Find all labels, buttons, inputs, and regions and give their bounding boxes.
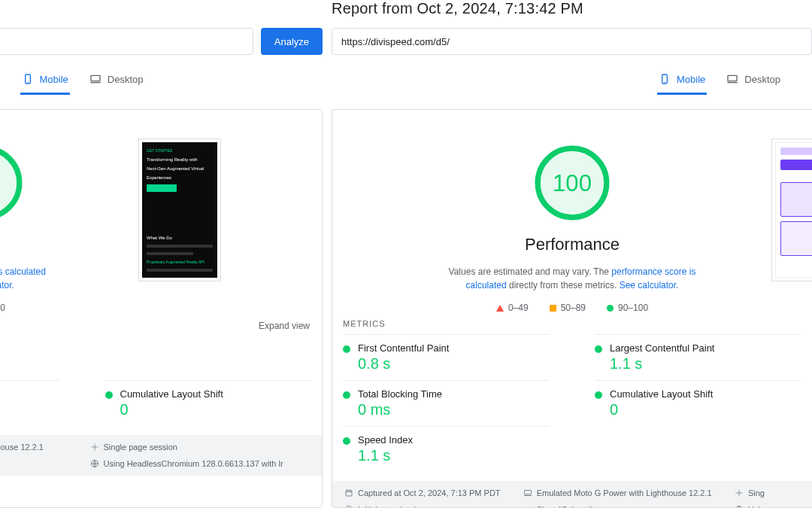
status-dot-green-icon	[595, 345, 602, 353]
globe-icon	[90, 459, 99, 468]
desktop-icon	[89, 73, 102, 85]
performance-heading: Performance	[525, 235, 620, 254]
device-tabs: Mobile Desktop	[332, 68, 812, 96]
desktop-icon	[726, 73, 738, 85]
metric-row: Largest Contentful Paint 1.1 s	[595, 334, 801, 380]
signal-icon	[523, 505, 532, 508]
session-icon	[735, 488, 744, 497]
page-screenshot-thumb: GET STARTED Transforming Reality with Ne…	[138, 138, 221, 281]
tab-desktop-label: Desktop	[108, 74, 144, 85]
thumb-tag: GET STARTED	[147, 148, 213, 153]
environment-footer: Emulated Moto G Power with Lighthouse 12…	[0, 435, 322, 476]
calendar-icon	[344, 488, 353, 497]
globe-icon	[735, 505, 744, 508]
report-pane-left: , 7:15:12 PM Analyze Mobile Desktop	[0, 0, 323, 508]
metric-row: Cumulative Layout Shift 0	[105, 380, 312, 426]
score-legend: 90–100	[0, 303, 5, 313]
result-card: nce erformance score is calculated See c…	[0, 109, 323, 508]
metric-label: First Contentful Paint	[358, 342, 449, 354]
legend-green-label: 90–100	[618, 303, 648, 313]
svg-rect-10	[728, 75, 737, 81]
tab-mobile[interactable]: Mobile	[657, 68, 707, 95]
performance-gauge-block: nce erformance score is calculated See c…	[0, 123, 46, 313]
metric-value: 0.8 s	[358, 355, 449, 373]
mobile-icon	[659, 73, 671, 85]
metric-row: Cumulative Layout Shift 0	[595, 380, 801, 426]
thumb-cta	[147, 184, 177, 192]
report-timestamp: , 7:15:12 PM	[0, 0, 323, 17]
status-dot-green-icon	[105, 391, 113, 399]
status-dot-green-icon	[343, 391, 350, 399]
tab-desktop[interactable]: Desktop	[88, 68, 145, 95]
legend-red-icon	[496, 305, 504, 312]
footer-session: Sing	[748, 488, 765, 497]
footer-session: Single page session	[104, 443, 177, 452]
metric-row: Total Blocking Time 0 ms	[343, 380, 550, 426]
score-calc-link[interactable]: erformance score is calculated	[0, 266, 46, 277]
metric-label: Largest Contentful Paint	[610, 342, 714, 354]
svg-point-15	[738, 492, 740, 494]
metric-value: 1.1 s	[610, 355, 714, 373]
footer-device: Emulated Moto G Power with Lighthouse 12…	[0, 443, 44, 452]
footer-network: Slow 4G throttling	[537, 505, 602, 508]
svg-rect-2	[91, 75, 100, 81]
legend-green-label: 90–100	[0, 303, 5, 313]
metric-label: Total Blocking Time	[358, 388, 442, 400]
url-input[interactable]	[332, 28, 812, 55]
score-legend: 0–49 50–89 90–100	[496, 303, 648, 313]
performance-subtext: Values are estimated and may vary. The p…	[429, 265, 715, 292]
svg-point-9	[664, 81, 665, 82]
thumb-text: Next-Gen Augmented Virtual	[147, 166, 213, 171]
analyze-button[interactable]: Analyze	[261, 28, 323, 55]
metrics-heading: METRICS	[343, 319, 801, 328]
thumb-chip	[780, 148, 812, 155]
tab-desktop[interactable]: Desktop	[725, 68, 782, 95]
svg-rect-14	[524, 491, 531, 495]
tab-mobile-label: Mobile	[677, 74, 705, 85]
metric-value: 1.1 s	[358, 447, 413, 464]
mobile-icon	[22, 73, 34, 85]
device-icon	[523, 488, 532, 497]
legend-amber-label: 50–89	[561, 303, 586, 313]
status-dot-green-icon	[343, 345, 350, 353]
footer-device: Emulated Moto G Power with Lighthouse 12…	[537, 488, 712, 497]
result-card: 100 Performance Values are estimated and…	[332, 109, 812, 508]
metric-value: 0	[120, 401, 223, 418]
thumb-preview	[780, 182, 812, 217]
status-dot-green-icon	[343, 437, 350, 445]
report-timestamp: Report from Oct 2, 2024, 7:13:42 PM	[332, 0, 812, 17]
score-gauge-icon	[0, 141, 26, 224]
url-input[interactable]	[0, 28, 253, 55]
legend-green-icon	[607, 305, 614, 312]
svg-rect-13	[346, 491, 352, 497]
score-gauge-icon: 100	[531, 141, 614, 224]
metric-label: Cumulative Layout Shift	[120, 388, 223, 400]
status-dot-green-icon	[595, 391, 602, 399]
metrics-grid: First Contentful Paint 0.8 s Largest Con…	[343, 334, 801, 472]
footer-captured: Captured at Oct 2, 2024, 7:13 PM PDT	[358, 488, 501, 497]
tab-desktop-label: Desktop	[744, 74, 780, 85]
svg-point-1	[27, 81, 28, 82]
metric-label: Cumulative Layout Shift	[610, 388, 713, 400]
session-icon	[90, 443, 99, 452]
metric-label: Speed Index	[358, 434, 413, 446]
thumb-text: Transforming Reality with	[147, 157, 213, 162]
legend-red-label: 0–49	[508, 303, 529, 313]
metric-value: 0 ms	[358, 401, 442, 418]
metric-row: hh	[0, 380, 60, 426]
page-screenshot-thumb	[771, 138, 812, 281]
metric-row: Speed Index 1.1 s	[343, 426, 550, 472]
metric-value: 0	[610, 401, 713, 418]
thumb-cta	[780, 160, 812, 170]
performance-subtext: erformance score is calculated See calcu…	[0, 265, 46, 292]
device-tabs: Mobile Desktop	[0, 68, 323, 96]
tab-mobile[interactable]: Mobile	[20, 68, 70, 95]
metric-row: First Contentful Paint 0.8 s	[343, 334, 550, 380]
thumb-preview	[780, 221, 812, 256]
legend-amber-icon	[550, 305, 556, 312]
see-calculator-link[interactable]: See calculator.	[0, 280, 14, 291]
expand-view-link[interactable]: Expand view	[0, 321, 310, 331]
clock-icon	[344, 505, 353, 508]
see-calculator-link[interactable]: See calculator.	[620, 280, 679, 291]
thumb-section: What We Do	[147, 236, 213, 240]
